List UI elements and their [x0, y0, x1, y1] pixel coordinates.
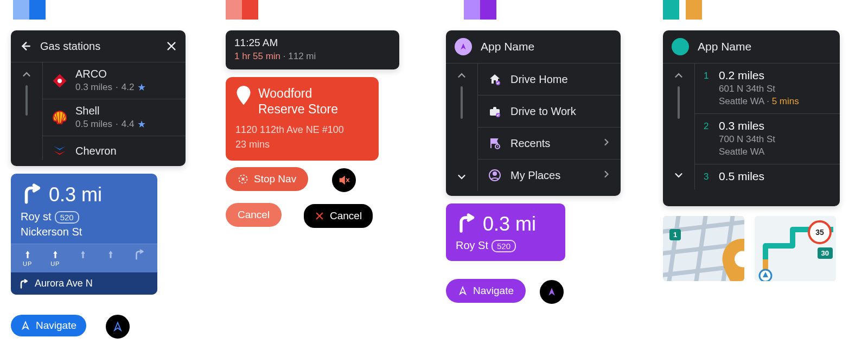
destination-card[interactable]: WoodfordReserve Store 1120 112th Ave NE … — [226, 77, 379, 161]
scroll-down-icon[interactable] — [454, 169, 469, 184]
blue-swatches — [13, 0, 46, 20]
card-header: Gas stations — [11, 30, 186, 62]
map-thumbnail[interactable]: 1 2 — [663, 216, 744, 281]
turn-right-icon — [456, 212, 477, 236]
route-badge: 520 — [55, 211, 79, 224]
teal-swatches — [663, 0, 702, 20]
scroll-up-icon[interactable] — [671, 68, 686, 83]
stop-nav-label: Stop Nav — [254, 173, 296, 185]
route-badge: 520 — [492, 240, 516, 252]
scroll-up-icon[interactable] — [19, 67, 34, 82]
tbt-distance: 0.3 mi — [483, 213, 536, 236]
scroll-column — [11, 62, 43, 160]
cancel-label: Cancel — [238, 209, 270, 221]
navigate-button[interactable]: Navigate — [11, 315, 86, 336]
cancel-button[interactable]: Cancel — [226, 203, 282, 227]
app-header: App Name — [446, 30, 621, 63]
cancel-label: Cancel — [330, 210, 362, 222]
station-name: Shell — [75, 105, 146, 117]
navigate-label: Navigate — [473, 285, 514, 297]
briefcase-icon — [487, 103, 503, 119]
arco-logo-icon — [50, 72, 69, 90]
cancel-outline-button[interactable]: Cancel — [303, 203, 374, 229]
scroll-column — [663, 63, 695, 189]
station-row[interactable]: Chevron — [43, 136, 186, 160]
result-index: 1 — [704, 69, 711, 107]
pin-icon — [235, 86, 252, 117]
gas-stations-card: Gas stations ARCO 0.3 miles·4.2★ — [11, 30, 186, 166]
scroll-column — [446, 63, 478, 191]
station-name: Chevron — [75, 145, 117, 157]
flag-icon — [487, 135, 503, 151]
red-swatches — [226, 0, 258, 20]
lane-icon — [78, 249, 88, 267]
result-row[interactable]: 1 0.2 miles 601 N 34th St Seattle WA · 5… — [695, 63, 840, 114]
nav-list: Drive Home Drive to Work Recents My Plac… — [446, 63, 621, 191]
navigate-label: Navigate — [36, 320, 76, 332]
destination-name: WoodfordReserve Store — [258, 86, 338, 117]
lane-icon: UP — [23, 249, 33, 267]
eta-label: 1 hr 55 min · 112 mi — [234, 51, 391, 62]
map-thumbnail-route[interactable]: 35 30 — [755, 216, 836, 281]
nav-item-my-places[interactable]: My Places — [478, 160, 621, 191]
clock-label: 11:25 AM — [234, 37, 391, 49]
app-icon — [672, 38, 689, 55]
marker-icon — [702, 239, 744, 281]
status-card: 11:25 AM 1 hr 55 min · 112 mi — [226, 30, 399, 69]
chevron-right-icon — [601, 137, 612, 150]
teal-app-card: App Name 1 0.2 miles 601 N 34th St Seatt… — [663, 30, 840, 206]
chevron-right-icon — [601, 169, 612, 182]
stop-nav-button[interactable]: Stop Nav — [226, 167, 308, 191]
map-pin-1: 1 — [669, 229, 681, 240]
tbt-street: Roy St520 — [456, 239, 556, 252]
turn-by-turn-card: 0.3 mi Roy st520 Nickerson St UP UP Auro… — [11, 174, 157, 295]
station-meta: 0.5 miles·4.4★ — [75, 118, 146, 130]
scroll-track — [461, 86, 463, 119]
next-step: Aurora Ave N — [11, 272, 157, 295]
result-row[interactable]: 2 0.3 miles 700 N 34th St Seattle WA — [695, 114, 840, 164]
result-city: Seattle WA · 5 mins — [719, 96, 799, 107]
nav-label: Recents — [510, 137, 550, 150]
star-icon: ★ — [137, 81, 146, 93]
chevron-logo-icon — [50, 142, 69, 160]
scroll-up-icon[interactable] — [454, 68, 469, 83]
compass-button[interactable] — [105, 314, 131, 340]
scroll-down-icon[interactable] — [671, 168, 686, 183]
app-icon — [455, 38, 472, 55]
app-name: App Name — [698, 40, 751, 53]
nav-label: Drive to Work — [510, 105, 576, 118]
lane-icon: UP — [50, 249, 60, 267]
result-row[interactable]: 3 0.5 miles — [695, 164, 840, 189]
result-distance: 0.5 miles — [719, 170, 764, 183]
teal-list: 1 0.2 miles 601 N 34th St Seattle WA · 5… — [663, 63, 840, 189]
mute-button[interactable] — [331, 167, 357, 193]
station-meta: 0.3 miles·4.2★ — [75, 81, 146, 93]
scroll-track — [25, 85, 28, 116]
lane-icon — [133, 249, 145, 267]
result-distance: 0.3 miles — [719, 119, 775, 132]
purple-swatches — [464, 0, 496, 20]
purple-tbt-card: 0.3 mi Roy St520 — [446, 203, 565, 261]
svg-point-7 — [493, 172, 496, 175]
nav-label: My Places — [510, 169, 560, 182]
scroll-track — [678, 86, 680, 119]
purple-navigate-button[interactable]: Navigate — [446, 279, 526, 303]
map-pin-30: 30 — [818, 247, 833, 259]
nav-item-home[interactable]: Drive Home — [478, 63, 621, 96]
result-index: 2 — [704, 119, 711, 157]
back-icon[interactable] — [17, 39, 33, 54]
result-index: 3 — [704, 170, 711, 183]
tbt-street1: Roy st520 — [21, 211, 148, 224]
nav-item-recents[interactable]: Recents — [478, 128, 621, 160]
close-icon[interactable] — [164, 39, 179, 54]
purple-app-card: App Name Drive Home Drive to Work Recent… — [446, 30, 621, 196]
app-header: App Name — [663, 30, 840, 63]
station-row[interactable]: ARCO 0.3 miles·4.2★ — [43, 62, 186, 99]
home-icon — [487, 71, 503, 87]
star-icon: ★ — [137, 118, 146, 130]
station-row[interactable]: Shell 0.5 miles·4.4★ — [43, 99, 186, 136]
lane-icon — [106, 249, 116, 267]
tbt-distance: 0.3 mi — [49, 183, 102, 206]
purple-compass-button[interactable] — [539, 279, 565, 305]
nav-item-work[interactable]: Drive to Work — [478, 96, 621, 128]
